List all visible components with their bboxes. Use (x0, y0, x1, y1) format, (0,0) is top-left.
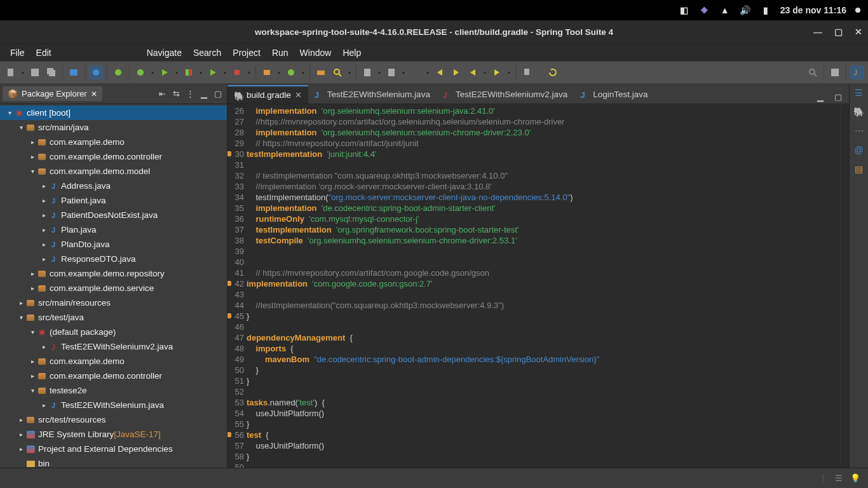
open-type-button[interactable] (314, 65, 328, 79)
package-explorer-tab[interactable]: 📦 Package Explorer ✕ (3, 86, 102, 101)
battery-icon[interactable]: ▮ (760, 4, 771, 16)
search-dropdown[interactable] (347, 67, 352, 78)
forward-dropdown[interactable] (506, 67, 512, 78)
new-button[interactable] (4, 65, 18, 79)
wifi-icon[interactable]: ▲ (719, 4, 731, 16)
close-view-icon[interactable]: ✕ (91, 90, 97, 98)
outline-view-icon[interactable]: ☰ (853, 88, 865, 99)
debug-button[interactable] (133, 65, 147, 79)
menu-navigate[interactable]: Navigate (142, 46, 187, 60)
minimize-view-button[interactable]: ▁ (198, 88, 210, 100)
maximize-button[interactable]: ▢ (834, 27, 843, 36)
editor-tab[interactable]: JLoginTest.java (574, 85, 654, 104)
skip-breakpoints-button[interactable] (111, 65, 125, 79)
boot-dashboard-button[interactable] (89, 65, 103, 79)
overview-ruler[interactable] (840, 104, 849, 468)
tree-item[interactable]: ▸JPatientDoesNotExist.java (0, 208, 227, 222)
close-tab-icon[interactable]: ✕ (295, 90, 302, 100)
pin-button[interactable] (520, 65, 534, 79)
fwd-annotation-button[interactable] (449, 65, 463, 79)
tree-item[interactable]: ▾▣client [boot] (0, 105, 227, 120)
menu-help[interactable]: Help (337, 46, 366, 60)
close-button[interactable]: ✕ (854, 27, 863, 36)
coverage-dropdown[interactable] (198, 67, 203, 78)
gradle-view-icon[interactable]: 🐘 (853, 107, 865, 118)
view-menu-button[interactable]: ⋮ (184, 88, 196, 100)
coverage-button[interactable] (182, 65, 196, 79)
tree-item[interactable]: ▸JPatient.java (0, 193, 227, 208)
stop-dropdown[interactable] (247, 67, 252, 78)
run-button[interactable] (158, 65, 172, 79)
menu-project[interactable]: Project (227, 46, 266, 60)
debug-dropdown[interactable] (150, 67, 155, 78)
stop-button[interactable] (230, 65, 244, 79)
wand-dropdown[interactable] (425, 67, 430, 78)
forward-button[interactable] (490, 65, 504, 79)
status-handle-icon[interactable]: ⋮ (819, 473, 827, 483)
tree-item[interactable]: ▾com.example.demo.model (0, 164, 227, 179)
at-icon[interactable]: @ (853, 145, 865, 156)
tree-item[interactable]: ▸JResponseDTO.java (0, 252, 227, 266)
run-dropdown[interactable] (174, 67, 179, 78)
tree-item[interactable]: ▾src/main/java (0, 120, 227, 135)
tree-item[interactable]: ▸src/main/resources (0, 295, 227, 310)
save-button[interactable] (28, 65, 42, 79)
tree-item[interactable]: ▸JPlan.java (0, 222, 227, 237)
collapse-all-button[interactable]: ⇤ (156, 88, 168, 100)
tree-item[interactable]: ▸com.example.demo (0, 354, 227, 369)
tasks-icon[interactable]: ▤ (853, 164, 865, 175)
block-button[interactable] (384, 65, 398, 79)
menu-file[interactable]: File (5, 46, 30, 60)
tip-icon[interactable]: 💡 (850, 473, 860, 483)
back-button[interactable] (466, 65, 480, 79)
tree-item[interactable]: ▸JAddress.java (0, 179, 227, 193)
clock[interactable]: 23 de nov 11:16 (780, 5, 846, 15)
new-class-dropdown[interactable] (301, 67, 306, 78)
teams-icon[interactable]: ❖ (699, 4, 710, 16)
wand-button[interactable] (409, 65, 423, 79)
new-package-button[interactable] (260, 65, 274, 79)
apps-icon[interactable]: ◧ (679, 4, 690, 16)
menu-window[interactable]: Window (295, 46, 337, 60)
trim-menu-icon[interactable]: ☰ (835, 473, 843, 483)
editor-tab[interactable]: JTestE2EWithSelenium.java (308, 85, 437, 104)
terminal-button[interactable] (67, 65, 81, 79)
quick-access-button[interactable] (806, 65, 820, 79)
tree-item[interactable]: ▸JPlanDto.java (0, 237, 227, 252)
menu-run[interactable]: Run (267, 46, 294, 60)
minimize-button[interactable]: — (813, 27, 822, 36)
run-last-dropdown[interactable] (222, 67, 227, 78)
code-body[interactable]: implementation 'org.seleniumhq.selenium:… (247, 104, 840, 468)
new-dropdown[interactable] (20, 67, 25, 78)
tree-item[interactable]: ▸com.example.demo.repository (0, 266, 227, 281)
tree-item[interactable]: ▸JTestE2EWithSelenium.java (0, 398, 227, 412)
project-tree[interactable]: ▾▣client [boot]▾src/main/java▸com.exampl… (0, 104, 227, 468)
tree-item[interactable]: ▾src/test/java (0, 310, 227, 325)
tree-item[interactable]: ▸Project and External Dependencies (0, 442, 227, 456)
java-perspective-button[interactable]: J (850, 65, 864, 79)
volume-icon[interactable]: 🔊 (740, 4, 751, 16)
minimize-editor-button[interactable]: ▁ (813, 90, 827, 104)
toggle-mark-dropdown[interactable] (377, 67, 382, 78)
perspective-button[interactable] (828, 65, 842, 79)
tree-item[interactable]: ▸src/test/resources (0, 412, 227, 427)
menu-edit[interactable]: Edit (31, 46, 57, 60)
link-editor-button[interactable]: ⇆ (170, 88, 182, 100)
code-editor[interactable]: 2627282930313233343536373839404142434445… (227, 104, 849, 468)
more-icon[interactable]: ⋯ (853, 126, 865, 137)
new-class-button[interactable] (284, 65, 298, 79)
tree-item[interactable]: ▾▣(default package) (0, 325, 227, 339)
toggle-mark-button[interactable] (360, 65, 374, 79)
tree-item[interactable]: ▸JRE System Library [JavaSE-17] (0, 427, 227, 442)
new-package-dropdown[interactable] (276, 67, 281, 78)
tree-item[interactable]: ▾testese2e (0, 383, 227, 398)
editor-tab[interactable]: 🐘build.gradle✕ (227, 85, 308, 104)
tree-item[interactable]: ▸com.example.demo (0, 135, 227, 149)
save-all-button[interactable] (44, 65, 58, 79)
tree-item[interactable]: ▸com.example.demo.controller (0, 149, 227, 164)
run-last-button[interactable] (206, 65, 220, 79)
tree-item[interactable]: ▸JTestE2EWithSeleniumv2.java (0, 339, 227, 354)
tree-item[interactable]: bin (0, 456, 227, 468)
refresh-button[interactable] (546, 65, 560, 79)
maximize-view-button[interactable]: ▢ (212, 88, 224, 100)
